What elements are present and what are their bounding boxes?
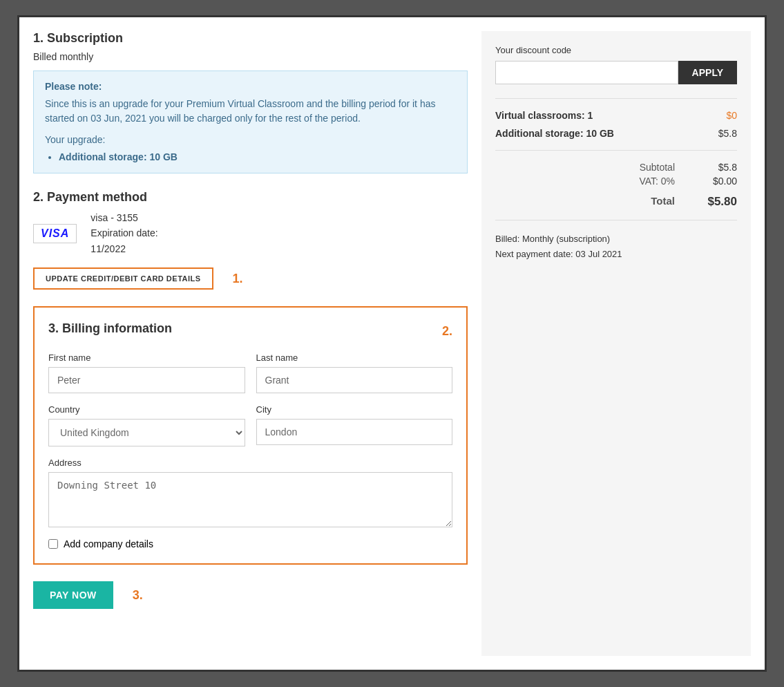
divider-3 xyxy=(495,220,737,220)
card-line1: visa - 3155 xyxy=(90,210,157,225)
discount-input[interactable] xyxy=(495,61,678,84)
main-container: 1. Subscription Billed monthly Please no… xyxy=(17,15,767,672)
add-company-checkbox[interactable] xyxy=(48,539,58,549)
right-panel: Your discount code APPLY Virtual classro… xyxy=(481,31,751,656)
billing-title: 3. Billing information xyxy=(48,321,172,336)
country-city-row: Country United Kingdom United States Ger… xyxy=(48,404,452,446)
update-card-button[interactable]: UPDATE CREDIT/DEBIT CARD DETAILS xyxy=(33,267,213,290)
first-name-input[interactable] xyxy=(48,367,245,393)
subtotal-value: $5.8 xyxy=(702,162,737,173)
vat-label: VAT: 0% xyxy=(639,176,675,187)
pay-now-button[interactable]: PAY NOW xyxy=(33,581,113,609)
upgrade-label: Your upgrade: xyxy=(45,133,456,147)
billed-line1: Billed: Monthly (subscription) xyxy=(495,232,737,247)
additional-storage-label: Additional storage: 10 GB xyxy=(495,128,614,139)
first-name-group: First name xyxy=(48,352,245,393)
last-name-input[interactable] xyxy=(256,367,453,393)
virtual-classrooms-value: $0 xyxy=(726,110,737,121)
city-label: City xyxy=(256,404,453,415)
additional-storage-row: Additional storage: 10 GB $5.8 xyxy=(495,128,737,139)
payment-title: 2. Payment method xyxy=(33,190,468,205)
last-name-group: Last name xyxy=(256,352,453,393)
vat-row: VAT: 0% $0.00 xyxy=(495,176,737,187)
address-label: Address xyxy=(48,458,452,468)
address-group: Address Downing Street 10 xyxy=(48,458,452,527)
subtotal-label: Subtotal xyxy=(640,162,675,173)
country-group: Country United Kingdom United States Ger… xyxy=(48,404,245,446)
subtotal-row: Subtotal $5.8 xyxy=(495,162,737,173)
virtual-classrooms-row: Virtual classrooms: 1 $0 xyxy=(495,110,737,121)
divider-2 xyxy=(495,150,737,151)
visa-badge: VISA xyxy=(33,224,77,243)
billing-info-text: Billed: Monthly (subscription) Next paym… xyxy=(495,232,737,262)
billing-section: 3. Billing information 2. First name Las… xyxy=(33,306,468,565)
address-input[interactable]: Downing Street 10 xyxy=(48,472,452,527)
note-label: Please note: xyxy=(45,79,456,94)
payment-section: 2. Payment method VISA visa - 3155 Expir… xyxy=(33,190,468,290)
note-text: Since this is an upgrade for your Premiu… xyxy=(45,97,456,126)
card-details: visa - 3155 Expiration date: 11/2022 xyxy=(90,210,157,256)
total-value: $5.80 xyxy=(702,195,737,209)
payment-method-row: VISA visa - 3155 Expiration date: 11/202… xyxy=(33,210,468,256)
info-box: Please note: Since this is an upgrade fo… xyxy=(33,70,468,173)
discount-row: APPLY xyxy=(495,61,737,84)
payment-step-number: 1. xyxy=(233,272,243,286)
add-company-label: Add company details xyxy=(64,538,153,549)
billed-monthly: Billed monthly xyxy=(33,51,468,62)
total-row: Total $5.80 xyxy=(495,195,737,209)
virtual-classrooms-label: Virtual classrooms: 1 xyxy=(495,110,593,121)
country-label: Country xyxy=(48,404,245,415)
divider-1 xyxy=(495,98,737,99)
pay-now-row: PAY NOW 3. xyxy=(33,581,468,609)
add-company-row: Add company details xyxy=(48,538,452,549)
discount-label: Your discount code xyxy=(495,45,737,55)
city-input[interactable] xyxy=(256,419,453,445)
billing-section-header: 3. Billing information 2. xyxy=(48,321,452,341)
additional-storage-value: $5.8 xyxy=(718,128,737,139)
name-row: First name Last name xyxy=(48,352,452,393)
first-name-label: First name xyxy=(48,352,245,363)
total-label: Total xyxy=(651,195,675,209)
subscription-section: 1. Subscription Billed monthly Please no… xyxy=(33,31,468,173)
apply-button[interactable]: APPLY xyxy=(678,61,737,84)
subscription-title: 1. Subscription xyxy=(33,31,468,46)
city-group: City xyxy=(256,404,453,446)
billed-line2: Next payment date: 03 Jul 2021 xyxy=(495,247,737,262)
card-line3: 11/2022 xyxy=(90,241,157,256)
pay-now-step-number: 3. xyxy=(133,588,143,603)
country-select[interactable]: United Kingdom United States Germany Fra… xyxy=(48,419,245,446)
last-name-label: Last name xyxy=(256,352,453,363)
card-line2: Expiration date: xyxy=(90,225,157,241)
upgrade-item: Additional storage: 10 GB xyxy=(59,150,456,164)
left-panel: 1. Subscription Billed monthly Please no… xyxy=(33,31,468,656)
vat-value: $0.00 xyxy=(702,176,737,187)
subtotals: Subtotal $5.8 VAT: 0% $0.00 Total $5.80 xyxy=(495,162,737,209)
billing-step-number: 2. xyxy=(442,324,452,339)
